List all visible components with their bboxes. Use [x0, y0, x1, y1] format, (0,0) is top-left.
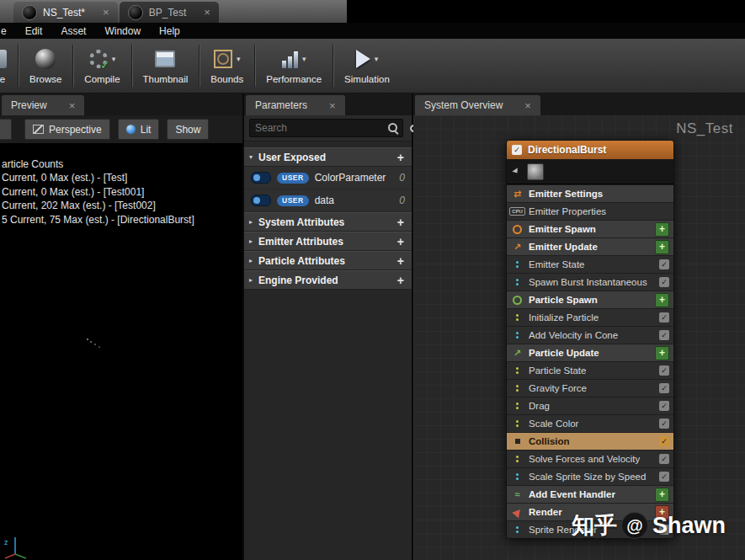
expander-icon[interactable]: ▸ — [249, 218, 258, 226]
parameter-row-colorparameter[interactable]: USERColorParameter0 — [244, 167, 412, 189]
save-icon — [0, 50, 7, 68]
toolbar-button-performance[interactable]: ▾Performance — [255, 39, 333, 93]
menu-item-help[interactable]: Help — [150, 25, 189, 37]
expander-icon[interactable]: ▸ — [249, 276, 258, 284]
watermark-text-right: Shawn — [652, 513, 726, 539]
section-header-emitter-attributes[interactable]: ▸Emitter Attributes+ — [244, 232, 412, 251]
search-input[interactable] — [253, 121, 387, 135]
isolate-icon[interactable] — [512, 168, 519, 175]
toolbar-button-ave[interactable]: ave — [0, 39, 18, 93]
module-enabled-checkbox[interactable]: ✓ — [659, 330, 669, 340]
menu-item-e[interactable]: e — [0, 25, 16, 37]
stack-row-collision[interactable]: Collision✓ — [507, 432, 673, 450]
expander-icon[interactable]: ▸ — [249, 237, 258, 245]
cropped-viewport-button[interactable] — [0, 119, 12, 140]
toolbar-button-simulation[interactable]: ▾Simulation — [333, 39, 401, 93]
tab-system-overview[interactable]: System Overview × — [415, 95, 540, 115]
module-enabled-checkbox[interactable]: ✓ — [659, 365, 669, 376]
add-parameter-icon[interactable]: + — [395, 216, 407, 229]
emitter-node-header[interactable]: ✓ DirectionalBurst — [507, 141, 673, 159]
section-header-particle-attributes[interactable]: ▸Particle Attributes+ — [244, 251, 412, 270]
section-header-user-exposed[interactable]: ▾User Exposed+ — [244, 147, 412, 167]
module-icon — [511, 456, 524, 462]
stack-row-add-velocity-in-cone[interactable]: Add Velocity in Cone✓ — [507, 326, 673, 344]
expander-icon[interactable]: ▸ — [249, 257, 258, 264]
add-module-icon[interactable]: + — [655, 222, 669, 237]
expander-icon[interactable]: ▾ — [249, 153, 258, 161]
close-icon[interactable]: × — [204, 7, 210, 18]
module-enabled-checkbox[interactable]: ✓ — [659, 312, 669, 323]
toolbar-button-thumbnail[interactable]: Thumbnail — [132, 39, 200, 93]
search-box[interactable] — [249, 119, 403, 137]
toolbar-button-browse[interactable]: Browse — [19, 39, 72, 93]
stack-row-particle-update[interactable]: ↗Particle Update+ — [507, 344, 673, 361]
module-enabled-checkbox[interactable]: ✓ — [659, 436, 669, 446]
close-icon[interactable]: × — [69, 100, 76, 111]
add-parameter-icon[interactable]: + — [395, 235, 407, 248]
stack-row-scale-sprite-size-by-speed[interactable]: Scale Sprite Size by Speed✓ — [507, 467, 673, 485]
close-icon[interactable]: × — [524, 100, 531, 111]
parameters-panel: Parameters × ▾ ▾User Exposed+USERColorPa… — [244, 93, 413, 560]
module-enabled-checkbox[interactable]: ✓ — [659, 401, 669, 411]
module-icon — [511, 261, 524, 268]
module-enabled-checkbox[interactable]: ✓ — [659, 419, 669, 429]
menu-item-edit[interactable]: Edit — [16, 25, 52, 37]
stack-row-emitter-state[interactable]: Emitter State✓ — [507, 255, 673, 273]
toolbar-button-label: Performance — [266, 74, 322, 84]
stack-row-initialize-particle[interactable]: Initialize Particle✓ — [507, 308, 673, 326]
watermark-at: @ — [626, 516, 643, 536]
parameter-row-data[interactable]: USERdata0 — [244, 189, 412, 212]
viewport-button-lit[interactable]: Lit — [118, 119, 160, 140]
close-icon[interactable]: × — [329, 100, 336, 111]
stack-row-solve-forces-and-velocity[interactable]: Solve Forces and Velocity✓ — [507, 450, 673, 467]
overview-tab-strip: System Overview × — [413, 93, 745, 115]
viewport-toolbar: PerspectiveLitShow — [0, 115, 242, 143]
stack-row-label: Add Velocity in Cone — [529, 330, 654, 340]
module-enabled-checkbox[interactable]: ✓ — [659, 277, 669, 287]
viewport-button-perspective[interactable]: Perspective — [24, 119, 110, 140]
add-module-icon[interactable]: + — [655, 240, 669, 254]
stack-row-emitter-update[interactable]: ↗Emitter Update+ — [507, 237, 673, 255]
stack-row-particle-spawn[interactable]: Particle Spawn+ — [507, 291, 673, 308]
system-overview-canvas[interactable]: NS_Test ✓ DirectionalBurst ⇄Emitter Sett… — [413, 115, 745, 560]
module-enabled-checkbox[interactable]: ✓ — [659, 383, 669, 393]
add-parameter-icon[interactable]: + — [395, 151, 407, 164]
emitter-node-directionalburst[interactable]: ✓ DirectionalBurst ⇄Emitter SettingsCPUE… — [506, 140, 674, 539]
add-module-icon[interactable]: + — [655, 293, 669, 307]
stack-row-scale-color[interactable]: Scale Color✓ — [507, 414, 673, 432]
stack-row-label: Add Event Handler — [529, 489, 650, 499]
add-module-icon[interactable]: + — [655, 346, 669, 360]
emitter-thumbnail[interactable] — [527, 163, 544, 180]
viewport-button-show[interactable]: Show — [167, 119, 209, 140]
module-enabled-checkbox[interactable]: ✓ — [659, 259, 669, 269]
tab-preview[interactable]: Preview × — [2, 95, 84, 115]
emitter-enabled-checkbox[interactable]: ✓ — [512, 145, 522, 155]
menu-item-asset[interactable]: Asset — [51, 25, 95, 37]
stack-row-spawn-burst-instantaneous[interactable]: Spawn Burst Instantaneous✓ — [507, 273, 673, 291]
unreal-asset-icon — [22, 5, 37, 20]
module-enabled-checkbox[interactable]: ✓ — [659, 472, 669, 482]
add-parameter-icon[interactable]: + — [395, 274, 407, 287]
stack-row-emitter-settings[interactable]: ⇄Emitter Settings — [507, 184, 673, 202]
document-tab-bp-test[interactable]: BP_Test× — [120, 2, 219, 23]
toolbar-button-compile[interactable]: ▾Compile — [73, 39, 130, 93]
stack-row-emitter-spawn[interactable]: Emitter Spawn+ — [507, 220, 673, 237]
stack-row-add-event-handler[interactable]: ≈Add Event Handler+ — [507, 485, 673, 503]
document-tab-ns-test[interactable]: NS_Test*× — [13, 2, 118, 23]
section-header-system-attributes[interactable]: ▸System Attributes+ — [244, 212, 412, 232]
module-enabled-checkbox[interactable]: ✓ — [659, 454, 669, 464]
preview-viewport[interactable]: article CountsCurrent, 0 Max (est.) - [T… — [0, 143, 242, 560]
section-label: System Attributes — [258, 216, 395, 228]
stack-row-particle-state[interactable]: Particle State✓ — [507, 361, 673, 379]
add-parameter-icon[interactable]: + — [395, 254, 407, 268]
toolbar-button-bounds[interactable]: ▾Bounds — [200, 39, 254, 93]
stack-row-gravity-force[interactable]: Gravity Force✓ — [507, 379, 673, 397]
add-module-icon[interactable]: + — [655, 488, 669, 502]
tab-parameters[interactable]: Parameters × — [246, 95, 345, 115]
close-icon[interactable]: × — [103, 7, 109, 18]
stack-row-drag[interactable]: Drag✓ — [507, 397, 673, 414]
section-header-engine-provided[interactable]: ▸Engine Provided+ — [244, 270, 412, 290]
stack-row-emitter-properties[interactable]: CPUEmitter Properties — [507, 202, 673, 220]
menu-item-window[interactable]: Window — [95, 25, 150, 37]
event-handler-icon: ≈ — [511, 490, 524, 499]
